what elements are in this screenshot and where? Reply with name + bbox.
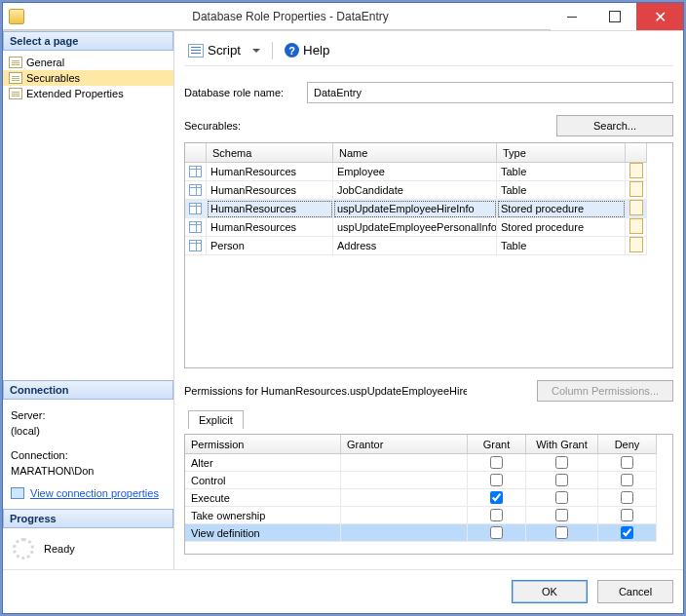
help-icon: ? bbox=[285, 43, 299, 58]
script-button[interactable]: Script bbox=[184, 41, 245, 59]
connection-header: Connection bbox=[3, 380, 173, 400]
cell-type: Table bbox=[497, 237, 626, 255]
page-icon bbox=[9, 88, 22, 99]
help-button[interactable]: ? Help bbox=[281, 41, 333, 59]
connection-value: MARATHON\Don bbox=[11, 463, 166, 480]
ok-button[interactable]: OK bbox=[512, 580, 588, 603]
col-grant[interactable]: Grant bbox=[468, 435, 526, 454]
cell-grantor bbox=[341, 524, 468, 542]
col-schema[interactable]: Schema bbox=[207, 143, 333, 163]
client-area: Select a page GeneralSecurablesExtended … bbox=[3, 30, 683, 569]
app-icon bbox=[9, 9, 24, 24]
dialog-window: Database Role Properties - DataEntry Sel… bbox=[2, 2, 684, 614]
deny-checkbox[interactable] bbox=[621, 509, 633, 521]
with-grant-checkbox[interactable] bbox=[555, 474, 568, 486]
col-with-grant[interactable]: With Grant bbox=[526, 435, 598, 454]
select-page-header: Select a page bbox=[3, 31, 173, 51]
toolbar-separator bbox=[272, 42, 273, 59]
col-name[interactable]: Name bbox=[333, 143, 497, 163]
table-icon bbox=[189, 166, 202, 177]
with-grant-checkbox[interactable] bbox=[555, 456, 568, 469]
progress-header: Progress bbox=[3, 509, 173, 528]
cell-grantor bbox=[341, 507, 468, 524]
cell-permission: Take ownership bbox=[185, 507, 341, 524]
sidebar-page-general[interactable]: General bbox=[3, 55, 173, 70]
deny-checkbox[interactable] bbox=[621, 491, 633, 504]
securable-row[interactable]: HumanResources JobCandidate Table bbox=[185, 181, 672, 200]
cell-type: Stored procedure bbox=[497, 200, 626, 218]
browse-icon[interactable] bbox=[629, 220, 641, 234]
page-icon bbox=[9, 57, 22, 68]
minimize-button[interactable] bbox=[551, 3, 593, 30]
deny-checkbox[interactable] bbox=[621, 526, 633, 539]
securable-row[interactable]: HumanResources uspUpdateEmployeePersonal… bbox=[185, 218, 672, 237]
cell-name: Employee bbox=[333, 163, 497, 181]
connection-label: Connection: bbox=[11, 447, 166, 464]
col-grantor[interactable]: Grantor bbox=[341, 435, 468, 454]
grant-checkbox[interactable] bbox=[490, 474, 503, 486]
col-type[interactable]: Type bbox=[497, 143, 626, 163]
permission-row[interactable]: Alter bbox=[185, 454, 672, 472]
sidebar-page-securables[interactable]: Securables bbox=[3, 70, 173, 86]
permission-row[interactable]: Control bbox=[185, 472, 672, 489]
permission-row[interactable]: View definition bbox=[185, 524, 672, 542]
with-grant-checkbox[interactable] bbox=[555, 526, 568, 539]
permission-row[interactable]: Execute bbox=[185, 489, 672, 507]
deny-checkbox[interactable] bbox=[621, 456, 633, 469]
tab-explicit[interactable]: Explicit bbox=[188, 410, 244, 429]
grant-checkbox[interactable] bbox=[490, 509, 503, 521]
deny-checkbox[interactable] bbox=[621, 474, 633, 486]
table-icon bbox=[189, 221, 202, 233]
script-icon bbox=[188, 44, 204, 58]
page-icon bbox=[9, 72, 22, 84]
cell-schema: HumanResources bbox=[207, 163, 333, 181]
grant-checkbox[interactable] bbox=[490, 491, 503, 504]
grant-checkbox[interactable] bbox=[490, 526, 503, 539]
role-name-input[interactable] bbox=[307, 82, 673, 103]
table-icon bbox=[189, 203, 202, 214]
main-panel: Script ? Help Database role name: Secura… bbox=[174, 31, 683, 569]
dialog-footer: OK Cancel bbox=[3, 569, 683, 613]
col-permission[interactable]: Permission bbox=[185, 435, 341, 454]
cell-schema: Person bbox=[207, 237, 333, 255]
browse-icon[interactable] bbox=[629, 202, 641, 215]
sidebar: Select a page GeneralSecurablesExtended … bbox=[3, 31, 174, 569]
cell-type: Stored procedure bbox=[497, 218, 626, 237]
view-connection-properties-link[interactable]: View connection properties bbox=[30, 485, 159, 502]
sidebar-page-extended-properties[interactable]: Extended Properties bbox=[3, 86, 173, 101]
permission-row[interactable]: Take ownership bbox=[185, 507, 672, 524]
permissions-tabstrip: Explicit bbox=[184, 409, 673, 428]
permissions-grid[interactable]: Permission Grantor Grant With Grant Deny… bbox=[184, 434, 673, 555]
securable-row[interactable]: Person Address Table bbox=[185, 237, 672, 255]
cell-permission: Alter bbox=[185, 454, 341, 472]
col-deny[interactable]: Deny bbox=[598, 435, 657, 454]
grant-checkbox[interactable] bbox=[490, 456, 503, 469]
role-name-label: Database role name: bbox=[184, 87, 297, 98]
securable-row[interactable]: HumanResources uspUpdateEmployeeHireInfo… bbox=[185, 200, 672, 218]
page-label: Extended Properties bbox=[26, 88, 124, 99]
cell-grantor bbox=[341, 472, 468, 489]
securable-row[interactable]: HumanResources Employee Table bbox=[185, 163, 672, 181]
securables-grid[interactable]: Schema Name Type HumanResources Employee… bbox=[184, 142, 673, 368]
help-label: Help bbox=[303, 43, 329, 58]
browse-icon[interactable] bbox=[629, 239, 641, 252]
progress-spinner-icon bbox=[13, 538, 34, 559]
title-bar: Database Role Properties - DataEntry bbox=[3, 3, 683, 30]
cell-type: Table bbox=[497, 181, 626, 200]
browse-icon[interactable] bbox=[629, 183, 641, 197]
cell-schema: HumanResources bbox=[207, 200, 333, 218]
column-permissions-button[interactable]: Column Permissions... bbox=[537, 380, 673, 402]
browse-icon[interactable] bbox=[629, 165, 641, 178]
cell-name: uspUpdateEmployeeHireInfo bbox=[333, 200, 497, 218]
cell-name: uspUpdateEmployeePersonalInfo bbox=[333, 218, 497, 237]
with-grant-checkbox[interactable] bbox=[555, 509, 568, 521]
maximize-button[interactable] bbox=[593, 3, 636, 30]
cell-permission: View definition bbox=[185, 524, 341, 542]
script-dropdown[interactable] bbox=[248, 47, 264, 55]
cell-permission: Control bbox=[185, 472, 341, 489]
cancel-button[interactable]: Cancel bbox=[597, 580, 673, 603]
with-grant-checkbox[interactable] bbox=[555, 491, 568, 504]
search-button[interactable]: Search... bbox=[556, 115, 673, 136]
close-button[interactable] bbox=[636, 3, 683, 30]
window-title: Database Role Properties - DataEntry bbox=[30, 10, 551, 23]
